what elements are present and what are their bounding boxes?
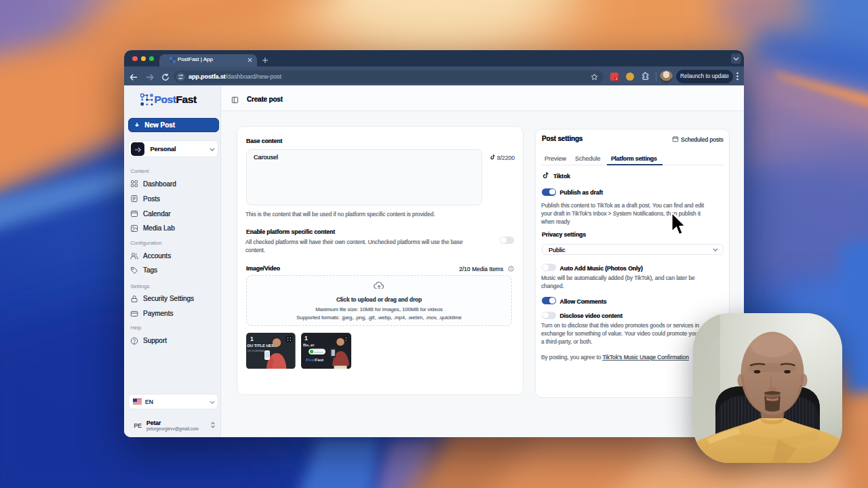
svg-text:PostFast: PostFast	[306, 357, 323, 361]
svg-text:xxxxxx: xxxxxx	[314, 350, 323, 353]
svg-text:1: 1	[250, 335, 254, 342]
svg-text:OU TITLE HERE: OU TITLE HERE	[248, 344, 277, 348]
svg-text:1: 1	[304, 335, 308, 342]
svg-text:UR SUBHEAD: UR SUBHEAD	[248, 348, 265, 352]
svg-text:Bu..er: Bu..er	[303, 342, 315, 346]
